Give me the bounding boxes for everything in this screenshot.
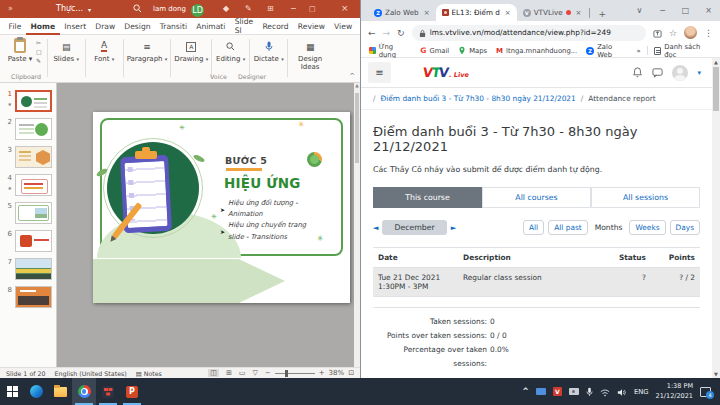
ribbon-display-icon[interactable]: ⊞	[267, 4, 274, 14]
tab-close-icon[interactable]: ×	[505, 9, 511, 17]
cut-icon[interactable]: ✂	[36, 39, 42, 46]
account-name[interactable]: lam dong	[153, 4, 186, 14]
language-indicator[interactable]: ENG	[634, 388, 649, 396]
slide-sorter-icon[interactable]: ⊞	[226, 369, 232, 377]
address-bar[interactable]: lms.vtvlive.vn/mod/attendance/view.php?i…	[412, 25, 646, 41]
reading-list-button[interactable]: Danh sách đọc	[654, 43, 712, 59]
maximize-button[interactable]: □	[674, 0, 697, 20]
filter-months-label[interactable]: Months	[595, 223, 623, 232]
filter-days-button[interactable]: Days	[670, 220, 700, 235]
bookmark-gmail[interactable]: GGmail	[420, 46, 449, 55]
font-group-button[interactable]: A Font ▾	[89, 38, 120, 63]
breadcrumb-session-link[interactable]: Điểm danh buổi 3 - Từ 7h30 - 8h30 ngày 2…	[381, 94, 576, 103]
bookmark-mail[interactable]: Mltnga.mnanhduong...	[496, 47, 577, 55]
slide-thumbnail-7[interactable]: 7	[0, 255, 56, 283]
design-ideas-button[interactable]: ▦ Design Ideas	[291, 38, 329, 71]
filter-all-button[interactable]: All	[523, 220, 544, 235]
drawing-group-button[interactable]: A Drawing ▾	[174, 38, 208, 63]
taskbar-edge[interactable]	[24, 378, 48, 405]
collapse-ribbon-icon[interactable]: ^	[349, 72, 355, 80]
taskbar-chrome[interactable]	[72, 378, 96, 405]
close-button[interactable]: ×	[697, 0, 720, 20]
zoom-slider-thumb[interactable]	[285, 370, 288, 377]
filter-weeks-button[interactable]: Weeks	[629, 220, 665, 235]
language-indicator[interactable]: English (United States)	[54, 370, 126, 377]
menu-home[interactable]: Home	[26, 18, 60, 35]
paragraph-group-button[interactable]: ≡ Paragraph ▾	[127, 38, 168, 63]
send-to-devices-icon[interactable]	[653, 23, 662, 42]
tab-el13-attendance[interactable]: EL13: Điểm d ×	[436, 4, 517, 21]
tab-this-course[interactable]: This course	[373, 187, 482, 208]
tab-vtvlive[interactable]: V VTVLive ×	[517, 4, 588, 21]
messages-icon[interactable]	[652, 63, 663, 82]
slide-thumbnail-image[interactable]	[15, 146, 52, 168]
editing-group-button[interactable]: Editing ▾	[215, 38, 246, 63]
user-avatar[interactable]	[672, 65, 688, 81]
scrollbar-thumb[interactable]	[713, 67, 719, 111]
close-button[interactable]: ×	[341, 3, 349, 13]
notifications-bell-icon[interactable]	[632, 63, 643, 82]
slideshow-icon[interactable]: ▽	[252, 369, 257, 377]
slide-counter[interactable]: Slide 1 of 20	[6, 370, 45, 377]
taskbar-file-explorer[interactable]	[48, 378, 72, 405]
current-month-button[interactable]: December	[382, 220, 446, 235]
tab-search-icon[interactable]: ∨	[628, 0, 651, 20]
tab-close-icon[interactable]: ×	[576, 9, 582, 17]
start-button[interactable]	[0, 378, 24, 405]
scroll-up-icon[interactable]: ▲	[714, 59, 718, 65]
reading-view-icon[interactable]: ▭	[239, 369, 246, 377]
action-center-icon[interactable]: 4	[700, 387, 711, 397]
zoom-slider[interactable]	[275, 373, 315, 374]
new-tab-button[interactable]: +	[598, 9, 606, 19]
menu-animations[interactable]: Animati	[192, 18, 230, 35]
zoom-in-icon[interactable]: +	[319, 369, 325, 377]
slide-thumbnail-panel[interactable]: 1★ 2 3 4★ 5 6	[0, 83, 57, 367]
slide-editor-area[interactable]: BƯỚC 5 HIỆU ỨNG ➤Hiệu ứng đối tượng - An…	[57, 83, 354, 367]
zoom-level[interactable]: 38%	[329, 369, 345, 377]
taskbar-vtv-app[interactable]	[96, 378, 120, 405]
vtv-live-logo[interactable]: VTV. Live	[422, 65, 470, 80]
clipboard-mini-buttons[interactable]: ✂ ▢ ✎	[36, 39, 42, 64]
notes-button[interactable]: ▤ Notes	[136, 370, 162, 377]
back-icon[interactable]: ←	[368, 28, 376, 38]
minimize-button[interactable]: −	[651, 0, 674, 20]
menu-review[interactable]: Review	[293, 18, 329, 35]
slide-thumbnail-image[interactable]	[15, 202, 52, 224]
taskbar-powerpoint[interactable]: P	[120, 378, 144, 405]
v-app-tray-icon[interactable]: V	[553, 387, 562, 396]
reload-icon[interactable]: ↻	[397, 28, 405, 38]
quick-access-toolbar[interactable]: »	[8, 4, 13, 14]
tab-all-courses[interactable]: All courses	[482, 187, 591, 208]
slides-group-button[interactable]: ▤ Slides ▾	[51, 38, 82, 63]
slide-thumbnail-3[interactable]: 3	[0, 143, 56, 171]
menu-draw[interactable]: Draw	[91, 18, 120, 35]
forward-icon[interactable]: →	[383, 28, 391, 38]
bookmark-maps[interactable]: Maps	[458, 46, 487, 55]
search-icon[interactable]	[133, 4, 142, 16]
slide-thumbnail-image[interactable]	[15, 90, 52, 112]
bookmarks-overflow-icon[interactable]: »	[636, 47, 640, 55]
maximize-button[interactable]: □	[309, 4, 316, 14]
filter-all-past-button[interactable]: All past	[548, 220, 587, 235]
menu-slideshow[interactable]: Slide Sl	[230, 18, 258, 35]
bookmark-apps[interactable]: Ứng dụng	[369, 43, 411, 59]
normal-view-icon[interactable]: ◫	[208, 369, 219, 377]
format-painter-icon[interactable]: ✎	[36, 57, 42, 64]
slide-thumbnail-image[interactable]	[15, 174, 52, 196]
page-scrollbar[interactable]: ▲ ▼	[712, 58, 720, 378]
slide-thumbnail-4[interactable]: 4★	[0, 171, 56, 199]
slide-thumbnail-image[interactable]	[15, 230, 52, 252]
menu-icon[interactable]: ≡	[368, 62, 391, 83]
copy-icon[interactable]: ▢	[36, 48, 42, 55]
paste-button[interactable]: Paste ▾	[5, 38, 35, 63]
slide-canvas[interactable]: BƯỚC 5 HIỆU ỨNG ➤Hiệu ứng đối tượng - An…	[93, 112, 350, 303]
scroll-up-icon[interactable]: ▲	[355, 83, 358, 88]
slide-thumbnail-image[interactable]	[15, 258, 52, 280]
bookmark-star-icon[interactable]: ☆	[669, 28, 677, 38]
zoom-out-icon[interactable]: −	[265, 369, 271, 377]
chrome-menu-icon[interactable]: ⋮	[704, 28, 713, 38]
tray-expand-icon[interactable]: ^	[522, 387, 529, 396]
menu-record[interactable]: Record	[258, 18, 293, 35]
profile-avatar[interactable]	[684, 26, 697, 39]
display-tray-icon[interactable]	[536, 388, 546, 395]
